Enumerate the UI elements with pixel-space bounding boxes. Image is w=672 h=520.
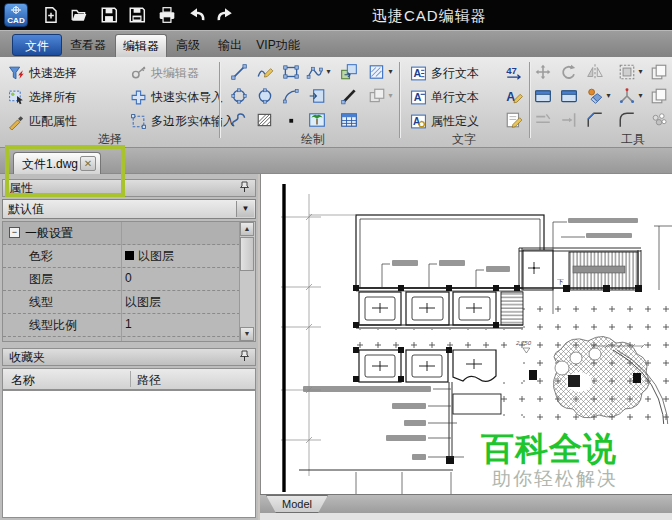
table-tool-button[interactable] (340, 111, 358, 129)
polyline-node-tool-button[interactable] (306, 63, 324, 81)
property-name: 线型比例 (29, 317, 77, 334)
titlebar: CAD 迅捷CAD编辑器 (0, 0, 672, 30)
print-button[interactable] (154, 3, 180, 27)
dropdown-arrow-icon[interactable]: ▾ (324, 67, 333, 77)
quick-entity-import-button[interactable]: 快速实体导入 (130, 86, 223, 108)
dropdown-arrow-icon[interactable]: ▾ (636, 67, 645, 77)
point-tool-button[interactable] (282, 111, 300, 129)
attribute-define-icon (410, 113, 427, 130)
save-button[interactable] (96, 3, 122, 27)
stext-button[interactable]: 单行文本 (410, 86, 479, 108)
paste-block-icon (308, 87, 326, 105)
ribbon-separator (219, 62, 221, 138)
app-window: CAD 迅捷CAD编辑器 文件 查看器 编辑器 高级 输出 VIP功能 快速选择… (0, 0, 672, 520)
polyline-tool-button[interactable] (256, 63, 274, 81)
hatch-tool-button[interactable] (256, 111, 274, 129)
arc-tool-button[interactable] (282, 87, 300, 105)
property-row-color[interactable]: 色彩 以图层 (3, 245, 255, 268)
edit-text-button[interactable] (505, 87, 523, 105)
pin-icon[interactable] (237, 350, 252, 364)
quick-select-button[interactable]: 快速选择 (8, 62, 77, 84)
image-tool-button[interactable] (308, 111, 326, 129)
chamfer-tool-button[interactable] (586, 111, 604, 129)
paste-block-button[interactable] (308, 87, 326, 105)
property-row-layer[interactable]: 图层 0 (3, 268, 255, 291)
fillet-tool-button[interactable] (618, 111, 636, 129)
numbering-button[interactable] (505, 63, 523, 81)
match-properties-button[interactable]: 匹配属性 (8, 110, 77, 132)
property-name: 线型 (29, 294, 53, 311)
quick-entity-import-label: 快速实体导入 (151, 89, 223, 106)
ribbon-separator (399, 62, 401, 138)
spline-tool-button[interactable] (230, 111, 248, 129)
erase-tool-button[interactable] (586, 87, 604, 105)
undo-button[interactable] (184, 3, 210, 27)
pin-icon[interactable] (237, 181, 252, 195)
dropdown-arrow-icon[interactable]: ▾ (636, 91, 645, 101)
favorites-column-headers: 名称 路径 (2, 368, 256, 390)
collapse-minus-icon[interactable]: − (9, 227, 20, 238)
scroll-up-icon[interactable]: ▲ (240, 222, 254, 236)
favorites-list[interactable] (2, 390, 256, 518)
move-tool-button (534, 63, 552, 81)
polygon-entity-input-label: 多边形实体输入 (151, 113, 235, 130)
trim-icon (534, 111, 552, 129)
column-name[interactable]: 名称 (11, 372, 35, 389)
line-tool-button[interactable] (230, 63, 248, 81)
edit-attribute-button[interactable] (505, 111, 523, 129)
menu-viewer[interactable]: 查看器 (64, 35, 112, 55)
property-row-ltscale[interactable]: 线型比例 1 (3, 314, 255, 337)
select-all-button[interactable]: 选择所有 (8, 86, 77, 108)
chamfer-icon (586, 111, 604, 129)
open-file-button[interactable] (66, 3, 92, 27)
circle-filled-tool-button[interactable] (256, 87, 274, 105)
array-tool-button[interactable] (618, 63, 636, 81)
erase-icon (586, 87, 604, 105)
menu-editor-active-tab[interactable]: 编辑器 (115, 34, 167, 58)
print-icon (158, 6, 176, 24)
scroll-thumb[interactable] (240, 237, 254, 271)
move-icon (534, 63, 552, 81)
dropdown-arrow-icon[interactable]: ▾ (604, 91, 613, 101)
drawing-canvas[interactable]: 2.750 下 百科全说 助你轻松解决 (260, 174, 672, 494)
chevron-down-icon[interactable]: ▼ (236, 201, 254, 217)
property-scrollbar[interactable]: ▲ ▼ (239, 222, 255, 341)
menu-file[interactable]: 文件 (12, 34, 62, 56)
insert-block-button[interactable] (340, 63, 358, 81)
explode-tool-button[interactable] (618, 87, 636, 105)
column-path[interactable]: 路径 (137, 372, 161, 389)
quick-select-icon (8, 65, 25, 82)
property-section-row[interactable]: − 一般设置 (3, 222, 255, 245)
dropdown-arrow-icon[interactable]: ▾ (386, 67, 395, 77)
copy-tool-button[interactable] (650, 63, 668, 81)
arc-icon (282, 87, 300, 105)
save-as-pdf-button[interactable] (124, 3, 150, 27)
match-properties-icon (8, 113, 25, 130)
menu-advanced[interactable]: 高级 (170, 35, 206, 55)
menu-output[interactable]: 输出 (212, 35, 248, 55)
copy-tool-2-button[interactable] (650, 87, 668, 105)
named-view-2-button[interactable] (560, 87, 578, 105)
property-name: 图层 (29, 271, 53, 288)
left-panel: 属性 默认值 ▼ − 一般设置 色彩 以图层 图层 0 线型 以图层 (0, 174, 258, 520)
menu-vip[interactable]: VIP功能 (250, 35, 306, 55)
new-file-button[interactable] (38, 3, 64, 27)
layout-tabbar: Model (260, 494, 672, 513)
property-row-linetype[interactable]: 线型 以图层 (3, 291, 255, 314)
mirror-icon (586, 63, 604, 81)
named-view-button[interactable] (534, 87, 552, 105)
attribute-define-button[interactable]: 属性定义 (410, 110, 479, 132)
rotate-icon (560, 63, 578, 81)
favorites-header[interactable]: 收藏夹 (2, 348, 256, 366)
thick-line-tool-button[interactable] (340, 87, 358, 105)
circle-tool-button[interactable] (230, 87, 248, 105)
rectangle-tool-button[interactable] (282, 63, 300, 81)
model-tab[interactable]: Model (266, 495, 328, 513)
mtext-button[interactable]: 多行文本 (410, 62, 479, 84)
spray-tool-button[interactable] (650, 111, 668, 129)
rotate-tool-button (560, 63, 578, 81)
redo-button[interactable] (212, 3, 238, 27)
property-preset-dropdown[interactable]: 默认值 ▼ (2, 199, 256, 219)
hatch-region-button[interactable] (368, 63, 386, 81)
scroll-down-icon[interactable]: ▼ (240, 327, 254, 341)
